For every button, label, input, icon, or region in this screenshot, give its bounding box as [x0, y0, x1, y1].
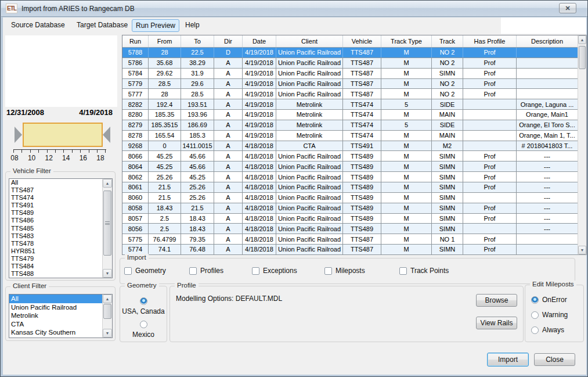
table-row[interactable]: 8279185.3515186.69A4/19/2018MetrolinkTTS… [122, 120, 586, 131]
scroll-up-icon[interactable]: ▲ [103, 295, 112, 303]
table-cell: Union Pacific Railroad [276, 203, 343, 213]
column-header-track[interactable]: Track [432, 35, 463, 47]
table-row[interactable]: 806445.2545.66A4/18/2018Union Pacific Ra… [122, 161, 586, 172]
vehicle-filter-item[interactable]: TTS488 [9, 270, 112, 278]
table-row[interactable]: 8280185.35193.96A4/19/2018MetrolinkTTS47… [122, 110, 586, 120]
tab-help[interactable]: Help [182, 19, 203, 31]
table-row[interactable]: 578429.6231.9A4/19/2018Union Pacific Rai… [122, 69, 586, 79]
client-filter-listbox[interactable]: AllUnion Pacific RailroadMetrolinkCTAKan… [9, 294, 113, 338]
table-cell: M [381, 234, 432, 244]
client-filter-item[interactable]: Kansas City Southern [9, 328, 103, 337]
vehicle-filter-item[interactable]: TTS487 [9, 186, 112, 194]
window-close-button[interactable]: ✕ [559, 3, 576, 13]
column-header-vehicle[interactable]: Vehicle [343, 35, 381, 47]
table-row[interactable]: 806225.2645.25A4/18/2018Union Pacific Ra… [122, 172, 586, 182]
column-header-description[interactable]: Description [517, 35, 578, 47]
checkbox-label: Geometry [135, 267, 166, 275]
vehicle-filter-item[interactable]: All [9, 179, 112, 186]
checkbox-exceptions[interactable] [252, 267, 259, 275]
table-cell: 31.9 [181, 69, 214, 78]
close-icon: ✕ [565, 5, 570, 12]
client-filter-item[interactable]: Metrolink [9, 311, 103, 320]
table-cell: NO 2 [432, 79, 463, 89]
column-header-client[interactable]: Client [276, 35, 343, 47]
date-range-selection[interactable] [23, 123, 103, 147]
scroll-up-icon[interactable]: ▲ [103, 179, 112, 188]
radio-warning[interactable] [531, 311, 539, 319]
vehicle-filter-item[interactable]: TTS478 [9, 240, 112, 247]
column-header-dir[interactable]: Dir [214, 35, 243, 47]
date-ruler-labels: 081012141618 [8, 154, 107, 162]
runs-table[interactable]: RunFromToDirDateClientVehicleTrack TypeT… [122, 35, 587, 255]
table-row[interactable]: 926801411.0015A4/18/2018CTATTS491MM2# 20… [122, 141, 586, 152]
column-header-to[interactable]: To [181, 35, 214, 47]
range-end-handle-icon[interactable] [103, 127, 110, 143]
table-row[interactable]: 578635.6838.29A4/19/2018Union Pacific Ra… [122, 58, 586, 69]
column-header-from[interactable]: From [149, 35, 181, 47]
vehicle-filter-item[interactable]: TTS484 [9, 263, 112, 270]
table-row[interactable]: 806121.525.26A4/18/2018Union Pacific Rai… [122, 182, 586, 193]
table-cell: --- [517, 182, 578, 192]
table-row[interactable]: 805818.4321.5A4/18/2018Union Pacific Rai… [122, 203, 586, 214]
vehicle-filter-item[interactable]: TTS485 [9, 225, 112, 232]
vehicle-filter-item[interactable]: TTS483 [9, 232, 112, 240]
scrollbar-thumb[interactable] [103, 304, 111, 319]
table-row[interactable]: 80572.518.43A4/18/2018Union Pacific Rail… [122, 214, 586, 224]
table-row[interactable]: 8282192.4193.51A4/19/2018MetrolinkTTS474… [122, 99, 586, 110]
vehicle-filter-scrollbar[interactable]: ▲ ▼ [102, 179, 112, 278]
ruler-tick-label: 12 [42, 154, 56, 162]
close-button[interactable]: Close [534, 353, 575, 366]
range-start-handle-icon[interactable] [15, 127, 22, 143]
table-row[interactable]: 806021.525.26A4/18/2018Union Pacific Rai… [122, 193, 586, 203]
vehicle-filter-item[interactable]: TTS479 [9, 255, 112, 263]
tab-source-database[interactable]: Source Database [8, 19, 68, 31]
table-row[interactable]: 577474.176.48A4/18/2018Union Pacific Rai… [122, 245, 586, 255]
table-cell: M [381, 79, 432, 89]
checkbox-track-points[interactable] [399, 267, 407, 275]
column-header-has-profile[interactable]: Has Profile [463, 35, 517, 47]
table-row[interactable]: 806645.2545.66A4/18/2018Union Pacific Ra… [122, 151, 586, 161]
runs-table-scrollbar[interactable]: ▲ ▼ [578, 35, 586, 254]
checkbox-geometry[interactable] [124, 267, 132, 275]
tab-run-preview[interactable]: Run Preview [132, 19, 179, 32]
client-filter-scrollbar[interactable]: ▲ ▼ [102, 295, 112, 337]
client-filter-item[interactable]: Union Pacific Railroad [9, 303, 103, 312]
title-bar[interactable]: ETL Import from ARIES to Rangecam DB ✕ [1, 1, 588, 17]
checkbox-profiles[interactable] [189, 267, 197, 275]
client-filter-item[interactable]: All [9, 295, 103, 303]
vehicle-filter-item[interactable]: HYR851 [9, 247, 112, 255]
tab-target-database[interactable]: Target Database [73, 19, 131, 31]
column-header-date[interactable]: Date [243, 35, 276, 47]
radio-always[interactable] [531, 326, 539, 334]
view-rails-button[interactable]: View Rails [476, 317, 517, 329]
table-row[interactable]: 57882822.5D4/19/2018Union Pacific Railro… [122, 48, 586, 58]
radio-onerror[interactable] [531, 296, 539, 304]
vehicle-filter-item[interactable]: TTS486 [9, 217, 112, 224]
scroll-down-icon[interactable]: ▼ [103, 329, 112, 337]
vehicle-filter-item[interactable]: TTS491 [9, 202, 112, 209]
radio-mexico[interactable] [140, 321, 147, 328]
radio-usa-canada[interactable] [140, 297, 147, 305]
vehicle-filter-item[interactable]: TTS489 [9, 209, 112, 217]
scroll-down-icon[interactable]: ▼ [103, 269, 112, 278]
scrollbar-thumb[interactable] [579, 46, 586, 69]
client-filter-item[interactable]: CTA [9, 320, 103, 329]
table-cell: 28 [149, 89, 181, 99]
scrollbar-thumb[interactable] [103, 191, 111, 256]
table-row[interactable]: 577576.479979.35A4/18/2018Union Pacific … [122, 234, 586, 245]
browse-button[interactable]: Browse [476, 294, 517, 307]
table-cell: 18.43 [149, 203, 181, 213]
table-row[interactable]: 577928.529.6A4/19/2018Union Pacific Rail… [122, 79, 586, 89]
table-row[interactable]: 57772828.5A4/19/2018Union Pacific Railro… [122, 89, 586, 99]
column-header-track-type[interactable]: Track Type [381, 35, 432, 47]
scroll-up-icon[interactable]: ▲ [578, 35, 586, 44]
column-header-run[interactable]: Run [122, 35, 149, 47]
table-row[interactable]: 80562.518.43A4/18/2018Union Pacific Rail… [122, 224, 586, 234]
scroll-down-icon[interactable]: ▼ [578, 246, 586, 254]
table-row[interactable]: 8278165.54185.3A4/19/2018MetrolinkTTS474… [122, 131, 586, 141]
runs-table-header[interactable]: RunFromToDirDateClientVehicleTrack TypeT… [122, 35, 586, 48]
vehicle-filter-item[interactable]: TTS474 [9, 194, 112, 202]
checkbox-mileposts[interactable] [324, 267, 332, 275]
vehicle-filter-listbox[interactable]: AllTTS487TTS474TTS491TTS489TTS486TTS485T… [9, 178, 113, 278]
import-button[interactable]: Import [487, 353, 529, 367]
